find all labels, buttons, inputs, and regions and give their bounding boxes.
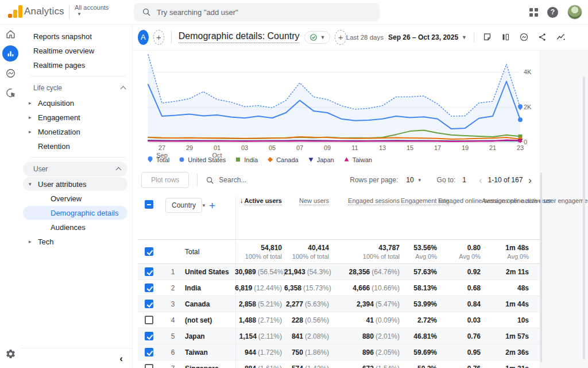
sidebar-item-realtime-overview[interactable]: Realtime overview xyxy=(21,44,132,57)
add-segment-button[interactable]: + xyxy=(153,30,164,45)
sidebar-item-user-attributes[interactable]: ▾User attributes xyxy=(23,177,127,191)
tick-label: 17 xyxy=(434,144,441,151)
row-checkbox[interactable] xyxy=(145,267,153,276)
collapse-sidebar-icon[interactable]: ‹ xyxy=(119,354,123,363)
insights-icon[interactable] xyxy=(556,32,566,43)
chevron-down-icon[interactable]: ▼ xyxy=(462,34,467,40)
sidebar-item-acquisition[interactable]: ▸Acquisition xyxy=(21,96,132,110)
metric-cell: 50.3% xyxy=(401,365,438,368)
sidebar-item-tech[interactable]: ▸Tech xyxy=(21,235,132,248)
legend-item-taiwan[interactable]: Taiwan xyxy=(343,156,372,163)
row-checkbox[interactable] xyxy=(145,332,153,340)
saved-state-pill[interactable]: ▼ xyxy=(304,31,331,44)
sidebar-item-overview[interactable]: Overview xyxy=(21,191,132,205)
dimension-header-cell: Country▼+ xyxy=(165,197,235,213)
row-index: 4 xyxy=(165,316,180,324)
column-header-active-users[interactable]: ↓Active users xyxy=(235,197,284,239)
share-icon[interactable] xyxy=(537,32,547,42)
metric-cell: 0.76 xyxy=(438,365,482,368)
row-checkbox-cell xyxy=(145,348,165,356)
sidebar-item-life-cycle[interactable]: Life cycle xyxy=(21,80,132,95)
date-range[interactable]: Sep 26 – Oct 23, 2025 xyxy=(388,33,458,41)
legend-item-india[interactable]: India xyxy=(235,156,258,163)
admin-gear-icon[interactable] xyxy=(0,344,21,363)
sidebar-item-realtime-pages[interactable]: Realtime pages xyxy=(21,58,132,72)
property-avatar[interactable]: A xyxy=(138,30,149,45)
goto-value[interactable]: 1 xyxy=(462,176,466,184)
row-checkbox[interactable] xyxy=(145,364,153,368)
add-dimension-button[interactable]: + xyxy=(209,200,215,211)
home-icon[interactable] xyxy=(0,24,21,44)
metric-cell: 2.72% xyxy=(401,316,438,324)
row-checkbox[interactable] xyxy=(145,300,153,308)
table-search-input[interactable]: Search... xyxy=(206,176,246,185)
explore-icon[interactable] xyxy=(0,63,21,83)
page-scrollbar[interactable] xyxy=(583,76,585,359)
tick-label: 11 xyxy=(351,144,358,151)
user-avatar[interactable] xyxy=(567,5,582,20)
x-axis-tick: 13 xyxy=(371,144,394,152)
inner-scrollbar[interactable] xyxy=(540,172,542,362)
account-switcher[interactable]: All accounts ▼ xyxy=(75,4,109,17)
sidebar-item-user[interactable]: User xyxy=(23,162,127,177)
explore-report-icon[interactable] xyxy=(519,32,529,42)
sidebar-item-engagement[interactable]: ▸Engagement xyxy=(21,110,132,124)
total-metric-subtext: Avg 0% xyxy=(482,253,529,260)
advertising-icon[interactable] xyxy=(0,83,21,102)
prev-page-icon[interactable]: ‹ xyxy=(475,175,486,185)
legend-item-united-states[interactable]: United States xyxy=(179,156,226,163)
select-all-checkbox[interactable] xyxy=(145,200,153,209)
add-report-tab-button[interactable]: + xyxy=(335,30,346,45)
sidebar-item-retention[interactable]: Retention xyxy=(21,139,132,153)
row-index: 3 xyxy=(165,300,180,308)
reports-icon[interactable] xyxy=(2,45,18,62)
report-title[interactable]: Demographic details: Country xyxy=(179,31,300,43)
legend-label: Taiwan xyxy=(353,156,372,163)
total-metric-cell: 0.80Avg 0% xyxy=(438,244,482,260)
rows-per-page-label: Rows per page: xyxy=(350,176,398,184)
legend-item-canada[interactable]: Canada xyxy=(267,156,299,163)
check-circle-icon xyxy=(310,33,318,41)
metric-cell: 884(1.61%) xyxy=(235,361,284,368)
column-header-average-online-active-user-engagement-time[interactable]: Average online active user engagement ti… xyxy=(482,197,530,239)
row-checkbox[interactable] xyxy=(145,316,153,324)
notes-icon[interactable] xyxy=(482,32,492,42)
column-header-engagement-rate[interactable]: Engagement rate xyxy=(401,197,438,239)
header-checkbox-cell xyxy=(145,197,165,209)
rows-per-page-value[interactable]: 10 xyxy=(406,176,413,184)
global-search-input[interactable]: Try searching "add user" xyxy=(134,3,380,21)
column-header-new-users[interactable]: New users xyxy=(284,197,330,239)
help-icon[interactable]: ? xyxy=(547,7,558,18)
column-header-label: Average online active user engagement ti… xyxy=(482,197,588,205)
legend-item-japan[interactable]: Japan xyxy=(308,156,334,163)
dimension-select[interactable]: Country▼ xyxy=(165,198,202,213)
metric-value: 1,154 xyxy=(239,332,257,340)
analytics-logo-icon[interactable] xyxy=(8,5,22,18)
metric-cell: 228(0.56%) xyxy=(284,316,330,324)
x-axis-tick: 23 xyxy=(509,144,532,152)
sidebar-item-demographic-details[interactable]: Demographic details xyxy=(23,206,127,220)
plot-rows-button[interactable]: Plot rows xyxy=(141,172,189,188)
column-header-engaged-sessions[interactable]: Engaged sessions xyxy=(330,197,401,239)
column-header-engaged-online-sessions-per-active-user[interactable]: Engaged online sessions per active user xyxy=(438,197,482,239)
legend-item-total[interactable]: Total xyxy=(147,156,169,163)
date-preset-label: Last 28 days xyxy=(346,34,384,41)
total-row-checkbox[interactable] xyxy=(145,247,153,256)
sidebar-item-audiences[interactable]: Audiences xyxy=(21,220,132,234)
apps-grid-icon[interactable] xyxy=(529,8,538,17)
next-page-icon[interactable]: › xyxy=(525,175,535,185)
y-axis-label: 4K xyxy=(524,68,531,75)
total-metric-value: 40,414 xyxy=(308,244,329,252)
tick-label: 01 xyxy=(214,144,220,151)
sidebar-item-monetization[interactable]: ▸Monetization xyxy=(21,125,132,139)
sidebar-item-reports-snapshot[interactable]: Reports snapshot xyxy=(21,29,132,43)
metric-percent: (56.54%) xyxy=(258,268,286,276)
metric-cell: 574(1.42%) xyxy=(284,365,330,368)
add-comparison-icon[interactable] xyxy=(501,32,510,42)
row-checkbox[interactable] xyxy=(145,283,153,292)
metric-value: 2m 11s xyxy=(506,268,529,276)
row-checkbox[interactable] xyxy=(145,348,153,356)
pagination-range: 1-10 of 167 xyxy=(488,176,523,184)
total-metric-subtext: 100% of total xyxy=(284,253,329,260)
chevron-down-icon[interactable]: ▼ xyxy=(417,178,422,183)
